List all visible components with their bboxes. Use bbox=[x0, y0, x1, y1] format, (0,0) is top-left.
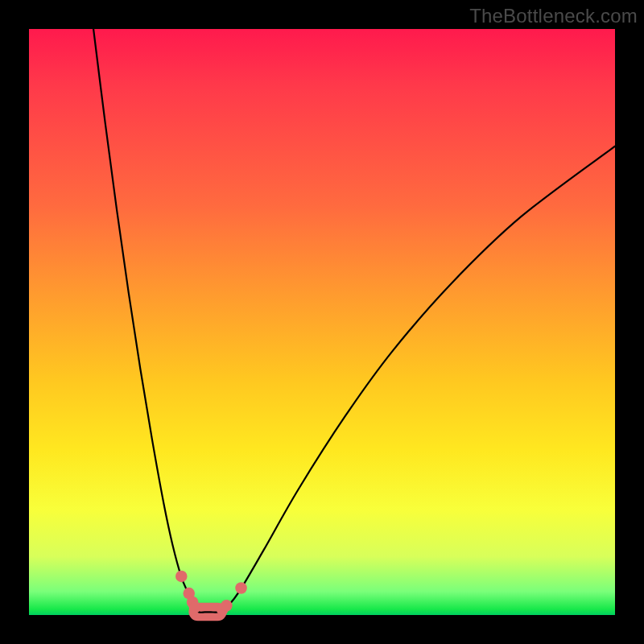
marker-dot bbox=[189, 601, 201, 613]
marker-dot bbox=[235, 582, 247, 594]
marker-dot bbox=[175, 571, 188, 583]
bottleneck-curve bbox=[93, 29, 615, 613]
marker-dot bbox=[221, 600, 233, 612]
chart-stage: TheBottleneck.com bbox=[0, 0, 644, 644]
chart-svg bbox=[29, 29, 615, 615]
watermark-text: TheBottleneck.com bbox=[469, 5, 638, 27]
plot-area bbox=[29, 29, 615, 615]
